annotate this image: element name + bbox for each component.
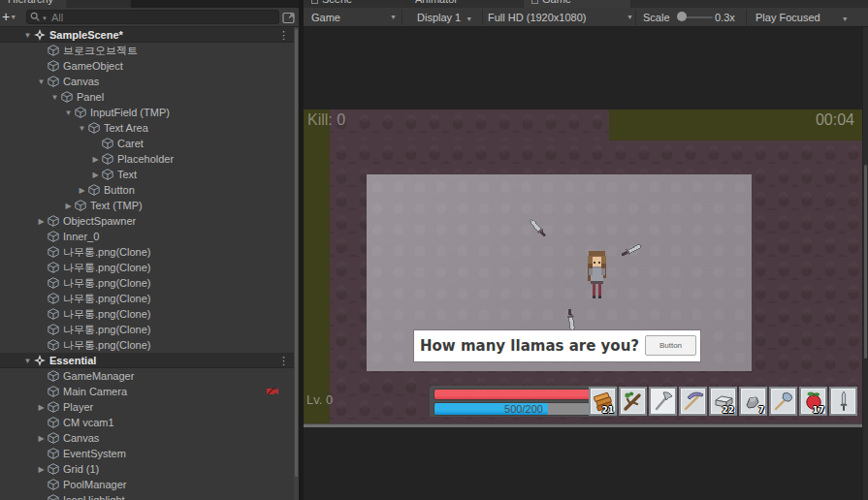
hotbar-slot-shovel[interactable]: [769, 387, 797, 416]
expander-arrow-icon[interactable]: [89, 155, 102, 164]
hierarchy-row[interactable]: Inner_0 ⋮: [0, 229, 299, 244]
shovel-icon: [772, 390, 795, 413]
expander-arrow-icon[interactable]: [76, 186, 88, 195]
gameobject-cube-icon: [48, 277, 60, 289]
game-panel-scrollbar-thumb[interactable]: [864, 165, 867, 359]
hotbar-slot-apple[interactable]: 17: [799, 387, 827, 416]
hotbar-slot-axe[interactable]: [649, 387, 677, 416]
hierarchy-row[interactable]: 나무통.png(Clone) ⋮: [0, 260, 299, 275]
create-object-button[interactable]: +▼: [2, 9, 23, 25]
hierarchy-row[interactable]: Player ⋮: [0, 399, 299, 415]
hierarchy-row[interactable]: Placeholder ⋮: [0, 151, 299, 167]
hierarchy-row[interactable]: Panel ⋮: [0, 89, 299, 105]
hierarchy-row[interactable]: Caret ⋮: [0, 136, 299, 151]
play-focused-dropdown[interactable]: Play Focused▼: [755, 11, 849, 24]
tab-animator[interactable]: Animator: [407, 0, 523, 8]
hierarchy-row[interactable]: 브로크오브젝트 ⋮: [0, 43, 299, 58]
hierarchy-row[interactable]: 나무통.png(Clone) ⋮: [0, 337, 299, 353]
hierarchy-row[interactable]: InputField (TMP) ⋮: [0, 105, 299, 120]
hotbar-slot-sword[interactable]: [829, 387, 857, 416]
gameobject-cube-icon: [48, 370, 60, 382]
gameobject-cube-icon: [102, 138, 114, 149]
hierarchy-row[interactable]: Essential ⋮: [0, 353, 299, 368]
hierarchy-row[interactable]: IconHighlight ⋮: [0, 492, 299, 500]
hierarchy-row[interactable]: Text ⋮: [0, 167, 299, 182]
hierarchy-row[interactable]: CM vcam1 ⋮: [0, 415, 299, 430]
scene-icon: [34, 355, 47, 366]
hierarchy-scrollbar-thumb[interactable]: [295, 29, 298, 477]
hierarchy-row[interactable]: 나무통.png(Clone) ⋮: [0, 322, 299, 337]
search-input[interactable]: [49, 11, 275, 24]
expander-arrow-icon[interactable]: [21, 31, 34, 40]
expander-arrow-icon[interactable]: [76, 124, 88, 133]
gameobject-cube-icon: [48, 479, 60, 490]
expander-arrow-icon[interactable]: [62, 202, 75, 210]
submit-button[interactable]: Button: [645, 335, 696, 356]
gameobject-cube-icon: [48, 386, 60, 397]
hierarchy-row-label: SampleScene*: [49, 29, 123, 41]
tab-game[interactable]: Game: [524, 0, 630, 8]
hierarchy-row[interactable]: GameManager ⋮: [0, 368, 299, 384]
hotbar-slot-stone-ingot[interactable]: 22: [709, 387, 737, 416]
tab-scene[interactable]: Scene: [304, 0, 406, 8]
hierarchy-row[interactable]: 나무통.png(Clone) ⋮: [0, 306, 299, 322]
hierarchy-row[interactable]: GameObject ⋮: [0, 58, 299, 74]
hierarchy-row-label: IconHighlight: [63, 494, 125, 500]
game-mode-dropdown[interactable]: Game▼: [311, 11, 340, 24]
scene-picker-icon[interactable]: [282, 11, 296, 23]
hotbar-slot-rock[interactable]: 7: [739, 387, 767, 416]
hierarchy-row[interactable]: Canvas ⋮: [0, 74, 299, 89]
hierarchy-row[interactable]: Text (TMP) ⋮: [0, 198, 299, 213]
hierarchy-row[interactable]: 나무통.png(Clone) ⋮: [0, 291, 299, 306]
tab-hierarchy[interactable]: Hierarchy: [0, 0, 66, 8]
hierarchy-row[interactable]: Button ⋮: [0, 182, 299, 198]
hotbar-slot-branch[interactable]: [619, 387, 647, 416]
gameobject-cube-icon: [48, 308, 60, 320]
hierarchy-row-label: Canvas: [63, 76, 99, 87]
gameobject-cube-icon: [48, 463, 60, 475]
game-view-toolbar: Game▼ Display 1▼ Full HD (1920x1080)▼ Sc…: [304, 8, 868, 27]
hierarchy-row-label: 나무통.png(Clone): [63, 245, 150, 260]
expander-arrow-icon[interactable]: [35, 78, 48, 86]
branch-icon: [622, 390, 645, 413]
toolbar-divider: [635, 10, 636, 25]
hierarchy-panel: Hierarchy +▼ ▼: [0, 0, 299, 500]
expander-arrow-icon[interactable]: [21, 357, 34, 365]
kebab-menu-icon[interactable]: ⋮: [278, 355, 289, 367]
hierarchy-row[interactable]: 나무통.png(Clone) ⋮: [0, 244, 299, 260]
hierarchy-tabbar: Hierarchy: [0, 0, 299, 8]
hierarchy-search[interactable]: ▼: [26, 10, 279, 24]
hierarchy-row[interactable]: Grid (1) ⋮: [0, 461, 299, 477]
level-label: Lv. 0: [306, 392, 333, 407]
game-panel-scrollbar[interactable]: [863, 27, 868, 500]
expander-arrow-icon[interactable]: [48, 93, 61, 102]
hierarchy-row[interactable]: EventSystem ⋮: [0, 446, 299, 461]
scale-slider-knob[interactable]: [677, 12, 687, 21]
hierarchy-row[interactable]: Canvas ⋮: [0, 430, 299, 446]
expander-arrow-icon[interactable]: [35, 403, 48, 412]
chevron-down-icon: ▼: [627, 11, 633, 24]
hierarchy-row-label: Button: [104, 184, 135, 196]
hierarchy-row[interactable]: PoolManager ⋮: [0, 477, 299, 492]
expander-arrow-icon[interactable]: [62, 109, 75, 117]
hierarchy-row-label: Panel: [77, 91, 104, 103]
toolbar-divider: [482, 10, 483, 25]
scale-value: 0.3x: [715, 11, 735, 24]
hierarchy-row[interactable]: ObjectSpawner ⋮: [0, 213, 299, 229]
display-dropdown[interactable]: Display 1▼: [417, 11, 472, 24]
hierarchy-row-label: Text Area: [104, 122, 148, 134]
expander-arrow-icon[interactable]: [35, 217, 48, 226]
hierarchy-row[interactable]: Text Area ⋮: [0, 120, 299, 136]
game-timer: 00:04: [816, 111, 854, 129]
expander-arrow-icon[interactable]: [89, 171, 102, 179]
expander-arrow-icon[interactable]: [35, 434, 48, 443]
hotbar-slot-pickaxe[interactable]: [679, 387, 707, 416]
expander-arrow-icon[interactable]: [35, 465, 48, 474]
hierarchy-row[interactable]: Main Camera ⋮: [0, 384, 299, 399]
gameobject-cube-icon: [48, 417, 60, 428]
game-input-field[interactable]: How many llamas are you? Button: [414, 330, 700, 361]
kebab-menu-icon[interactable]: ⋮: [278, 29, 289, 42]
resolution-dropdown[interactable]: Full HD (1920x1080)▼: [488, 11, 629, 24]
hierarchy-row[interactable]: SampleScene* ⋮: [0, 27, 299, 43]
hierarchy-row[interactable]: 나무통.png(Clone) ⋮: [0, 275, 299, 291]
